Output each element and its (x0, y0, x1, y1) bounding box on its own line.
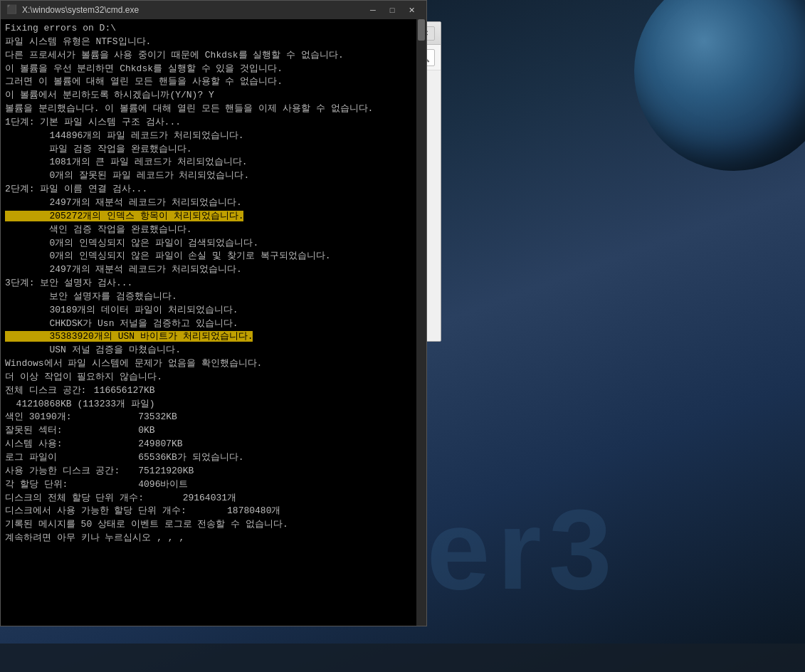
cmd-line: CHKDSK가 Usn 저널을 검증하고 있습니다. (5, 317, 412, 331)
cmd-title: X:\windows\system32\cmd.exe (22, 5, 364, 15)
cmd-line: 색인 검증 작업을 완료했습니다. (5, 224, 412, 237)
cmd-line: 0개의 인덱싱되지 않은 파일이 검색되었습니다. (5, 237, 412, 251)
cmd-line: 로그 파일이 65536KB가 되었습니다. (5, 451, 412, 465)
cmd-content: Fixing errors on D:\파일 시스템 유형은 NTFS입니다.다… (1, 19, 416, 626)
cmd-line: 35383920개의 USN 바이트가 처리되었습니다. (5, 330, 412, 344)
cmd-scrollbar[interactable] (416, 19, 426, 626)
cmd-line: 디스크의 전체 할당 단위 개수: 29164031개 (5, 492, 412, 505)
cmd-scrollbar-thumb[interactable] (418, 19, 425, 41)
taskbar[interactable] (0, 644, 805, 672)
cmd-line: 전체 디스크 공간: 116656127KB (5, 384, 412, 398)
cmd-line: 이 볼륨에서 분리하도록 하시겠습니까(Y/N)? Y (5, 89, 412, 103)
cmd-line: 그러면 이 볼륨에 대해 열린 모든 핸들을 사용할 수 없습니다. (5, 75, 412, 89)
cmd-line: 0개의 인덱싱되지 않은 파일이 손실 및 찾기로 복구되었습니다. (5, 250, 412, 263)
globe-decoration (620, 0, 805, 242)
cmd-line: 더 이상 작업이 필요하지 않습니다. (5, 371, 412, 384)
cmd-line: USN 저널 검증을 마쳤습니다. (5, 344, 412, 357)
cmd-line: 2단계: 파일 이름 연결 검사... (5, 183, 412, 196)
cmd-line: 볼륨을 분리했습니다. 이 볼륨에 대해 열린 모든 핸들을 이제 사용할 수 … (5, 103, 412, 116)
cmd-line: 2497개의 재분석 레코드가 처리되었습니다. (5, 196, 412, 210)
cmd-line: 1081개의 큰 파일 레코드가 처리되었습니다. (5, 156, 412, 169)
cmd-scrollbar-container: Fixing errors on D:\파일 시스템 유형은 NTFS입니다.다… (1, 19, 426, 626)
cmd-line: 205272개의 인덱스 항목이 처리되었습니다. (5, 210, 412, 224)
cmd-icon: ⬛ (6, 4, 18, 16)
cmd-controls: ─ □ ✕ (364, 3, 421, 17)
cmd-line: 144896개의 파일 레코드가 처리되었습니다. (5, 130, 412, 143)
cmd-line: 사용 가능한 디스크 공간: 75121920KB (5, 465, 412, 478)
cmd-line: 시스템 사용: 249807KB (5, 438, 412, 451)
cmd-line: Windows에서 파일 시스템에 문제가 없음을 확인했습니다. (5, 357, 412, 371)
globe-circle (634, 0, 805, 171)
cmd-maximize-btn[interactable]: □ (383, 3, 401, 17)
cmd-line: 41210868KB (113233개 파일) (5, 398, 412, 411)
cmd-line: 디스크에서 사용 가능한 할당 단위 개수: 18780480개 (5, 505, 412, 518)
cmd-line: 색인 30190개: 73532KB (5, 411, 412, 424)
cmd-line: 계속하려면 아무 키나 누르십시오 , , , (5, 532, 412, 545)
cmd-line: 각 할당 단위: 4096바이트 (5, 478, 412, 492)
cmd-titlebar: ⬛ X:\windows\system32\cmd.exe ─ □ ✕ (1, 1, 426, 19)
cmd-line: 3단계: 보안 설명자 검사... (5, 277, 412, 290)
cmd-line: 1단계: 기본 파일 시스템 구조 검사... (5, 116, 412, 130)
cmd-line: 보안 설명자를 검증했습니다. (5, 290, 412, 304)
cmd-line: Fixing errors on D:\ (5, 22, 412, 36)
cmd-line: 이 볼륨을 우선 분리하면 Chkdsk를 실행할 수 있을 것입니다. (5, 63, 412, 76)
cmd-line: 기록된 메시지를 50 상태로 이벤트 로그로 전송할 수 없습니다. (5, 518, 412, 532)
cmd-minimize-btn[interactable]: ─ (364, 3, 382, 17)
cmd-window: ⬛ X:\windows\system32\cmd.exe ─ □ ✕ Fixi… (0, 0, 427, 626)
cmd-line: 다른 프로세서가 볼륨을 사용 중이기 때문에 Chkdsk를 실행할 수 없습… (5, 49, 412, 63)
cmd-line: 파일 시스템 유형은 NTFS입니다. (5, 36, 412, 49)
cmd-line: 2497개의 재분석 레코드가 처리되었습니다. (5, 263, 412, 277)
cmd-line: 30189개의 데이터 파일이 처리되었습니다. (5, 304, 412, 317)
cmd-close-btn[interactable]: ✕ (402, 3, 421, 17)
cmd-line: 파일 검증 작업을 완료했습니다. (5, 143, 412, 157)
cmd-line: 0개의 잘못된 파일 레코드가 처리되었습니다. (5, 169, 412, 183)
cmd-line: 잘못된 섹터: 0KB (5, 424, 412, 438)
